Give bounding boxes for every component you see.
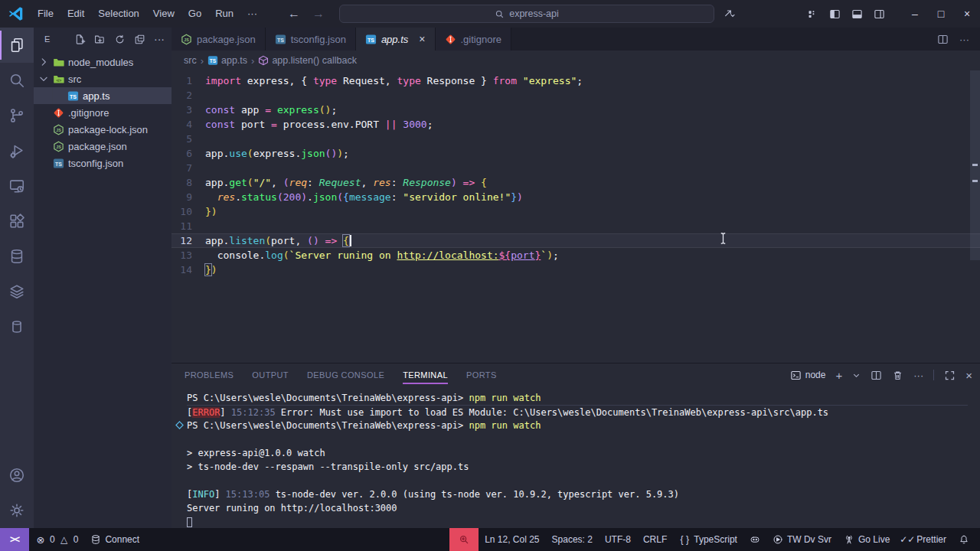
command-decoration-icon[interactable] [175,421,184,429]
tree-item-app-ts[interactable]: TSapp.ts [34,87,172,104]
menu-run[interactable]: Run [208,5,240,23]
activity-source-control[interactable] [0,98,34,133]
tree-item-tsconfig-json[interactable]: TStsconfig.json [34,155,172,171]
refresh-icon[interactable] [114,34,126,45]
activity-database[interactable] [0,239,34,274]
activity-search[interactable] [0,63,34,98]
menu-[interactable]: ··· [240,5,264,23]
close-button[interactable]: × [954,0,980,28]
split-terminal-icon[interactable] [871,370,882,381]
tw-dev-server[interactable]: TW Dv Svr [766,528,838,551]
prettier-status[interactable]: ✓✓Prettier [896,528,952,551]
remote-indicator[interactable]: >< [0,528,29,551]
line-number: 14 [172,262,205,277]
warning-icon: △ [59,534,70,545]
activity-settings[interactable] [0,493,34,528]
db-small-icon [90,534,101,545]
copilot-status[interactable] [743,528,766,551]
code-editor[interactable]: 1import express, { type Request, type Re… [172,70,980,363]
run-menu-button[interactable] [724,8,736,20]
code-line-11: 11 [172,219,980,233]
activity-explorer[interactable] [0,28,34,63]
terminal-line-3 [187,432,968,446]
customize-layout-icon[interactable] [807,8,818,20]
layout-controls [807,8,885,20]
tab-app-ts[interactable]: TSapp.ts× [356,28,436,51]
forward-button[interactable]: → [309,7,328,21]
minimize-button[interactable]: – [902,0,928,28]
new-terminal-icon[interactable]: + [835,369,842,382]
tree-item-package-lock-json[interactable]: JSpackage-lock.json [34,121,172,138]
activity-layers[interactable] [0,274,34,309]
encoding[interactable]: UTF-8 [599,528,637,551]
panel-tab-terminal[interactable]: TERMINAL [403,364,448,386]
new-folder-icon[interactable] [94,34,106,45]
activity-run-and-debug[interactable] [0,133,34,168]
npm-icon: JS [53,141,64,152]
menu-file[interactable]: File [31,5,60,23]
tab-tsconfig-json[interactable]: TStsconfig.json [266,28,356,51]
language-mode[interactable]: { }TypeScript [673,528,743,551]
indentation[interactable]: Spaces: 2 [546,528,599,551]
chevron-down-icon[interactable] [852,371,861,380]
sqltools-connect[interactable]: Connect [84,528,145,551]
git-icon [53,107,64,119]
breadcrumb-item-2[interactable]: app.listen() callback [258,55,356,66]
tab-label: tsconfig.json [291,34,346,45]
editor-tabs: JSpackage.jsonTStsconfig.jsonTSapp.ts×.g… [172,28,980,51]
breadcrumb-item-0[interactable]: src [184,55,197,66]
menu-edit[interactable]: Edit [60,5,91,23]
menu-selection[interactable]: Selection [91,5,145,23]
activity-remote-explorer[interactable] [0,168,34,204]
maximize-button[interactable]: □ [928,0,954,28]
toggle-primary-sidebar-icon[interactable] [829,8,841,20]
code-line-12: 12app.listen(port, () => { [172,233,980,248]
line-number: 11 [172,219,205,233]
tab--gitignore[interactable]: .gitignore [436,28,511,51]
zoom-badge[interactable] [449,528,479,551]
collapse-all-icon[interactable] [134,34,145,45]
problems-status[interactable]: ⊗0△0 [29,528,84,551]
menu-go[interactable]: Go [181,5,208,23]
more-actions-icon[interactable]: ··· [959,34,969,45]
breadcrumb-item-1[interactable]: TSapp.ts [207,55,247,66]
notifications[interactable] [952,528,975,551]
panel-more-icon[interactable]: ··· [913,370,923,381]
maximize-panel-icon[interactable] [944,370,956,381]
tree-label: .gitignore [68,107,109,119]
more-icon[interactable]: ··· [154,34,165,45]
activity-storage[interactable] [0,309,34,344]
toggle-panel-icon[interactable] [851,8,863,20]
editor-scrollbar[interactable] [970,70,980,363]
activity-accounts[interactable] [0,458,34,493]
zoom-in-icon [459,534,469,545]
panel-tab-ports[interactable]: PORTS [466,364,497,386]
storage-icon [8,318,25,335]
terminal-output[interactable]: PS C:\Users\wesle\Documents\TreinaWeb\ex… [172,386,980,528]
panel-tab-debug-console[interactable]: DEBUG CONSOLE [307,364,384,386]
tree-item-node-modules[interactable]: node_modules [34,54,172,70]
eol-sequence[interactable]: CRLF [637,528,673,551]
shell-name: node [805,370,826,380]
tree-item-src[interactable]: </>src [34,70,172,87]
split-editor-icon[interactable] [937,34,949,45]
menu-view[interactable]: View [146,5,181,23]
panel-tab-problems[interactable]: PROBLEMS [185,364,234,386]
panel-tab-output[interactable]: OUTPUT [252,364,289,386]
ts-file-icon: TS [365,34,377,45]
cursor-position[interactable]: Ln 12, Col 25 [479,528,545,551]
close-panel-icon[interactable]: × [965,369,972,382]
toggle-secondary-sidebar-icon[interactable] [874,8,885,20]
kill-terminal-icon[interactable] [892,370,903,381]
tab-package-json[interactable]: JSpackage.json [172,28,266,51]
activity-extensions[interactable] [0,204,34,239]
terminal-shell-chip[interactable]: node [790,370,826,381]
go-live[interactable]: Go Live [838,528,896,551]
new-file-icon[interactable] [74,34,86,45]
close-icon[interactable]: × [419,33,425,45]
command-center-search[interactable]: express-api [339,5,714,23]
tree-item-package-json[interactable]: JSpackage.json [34,138,172,155]
back-button[interactable]: ← [284,7,304,21]
tree-label: tsconfig.json [68,158,123,169]
tree-item--gitignore[interactable]: .gitignore [34,104,172,121]
